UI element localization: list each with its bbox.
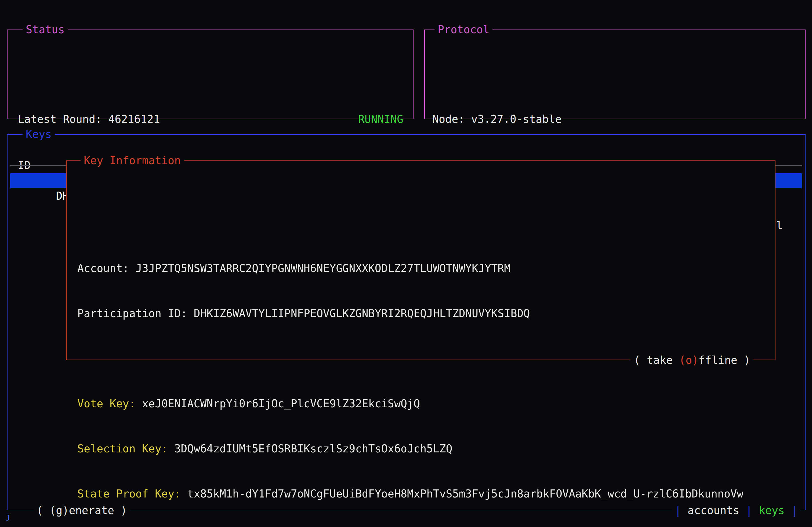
latest-round-label: Latest Round: [18, 111, 102, 127]
participation-id-label: Participation ID: [77, 306, 187, 321]
keys-panel-title: Keys [23, 127, 55, 142]
protocol-panel: Protocol Node:v3.27.0-stable Network:mai… [424, 30, 806, 119]
stray-cursor-char: J [5, 514, 10, 522]
take-offline-hotkey: (o) [679, 353, 698, 366]
node-version-value: v3.27.0-stable [471, 111, 562, 127]
state-proof-key-row: State Proof Key:tx85kM1h-dY1Fd7w7oNCgFUe… [77, 486, 775, 501]
account-row: Account:J3JPZTQ5NSW3TARRC2QIYPGNWNH6NEYG… [77, 261, 775, 276]
vote-key-label: Vote Key: [77, 396, 135, 411]
latest-round-value: 46216121 [108, 111, 160, 127]
account-value: J3JPZTQ5NSW3TARRC2QIYPGNWNH6NEYGGNXXKODL… [135, 261, 511, 276]
node-version-label: Node: [432, 111, 465, 127]
take-offline-post: ffline ) [698, 353, 750, 366]
node-version-row: Node:v3.27.0-stable [432, 111, 795, 127]
state-proof-key-value: tx85kM1h-dY1Fd7w7oNCgFUeUiBdFYoeH8MxPhTv… [187, 486, 743, 501]
vote-key-row: Vote Key:xeJ0ENIACWNrpYi0r6IjOc_PlcVCE9l… [77, 396, 775, 411]
latest-round: Latest Round:46216121 [18, 111, 160, 127]
state-proof-key-label: State Proof Key: [77, 486, 181, 501]
terminal-screen: Status Latest Round:46216121 RUNNING -- … [0, 0, 812, 527]
participation-id-value: DHKIZ6WAVTYLIIPNFPEOVGLKZGNBYRI2RQEQJHLT… [193, 306, 530, 321]
status-panel-title: Status [23, 22, 68, 37]
take-offline-pre: ( take [634, 353, 679, 366]
protocol-panel-title: Protocol [434, 22, 493, 37]
participation-id-row: Participation ID:DHKIZ6WAVTYLIIPNFPEOVGL… [77, 306, 775, 321]
selection-key-label: Selection Key: [77, 441, 168, 456]
status-panel: Status Latest Round:46216121 RUNNING -- … [7, 30, 414, 119]
selection-key-value: 3DQw64zdIUMt5EfOSRBIKsczlSz9chTsOx6oJch5… [174, 441, 452, 456]
vote-key-value: xeJ0ENIACWNrpYi0r6IjOc_PlcVCE9lZ32EkciSw… [142, 396, 420, 411]
account-label: Account: [77, 261, 129, 276]
node-status-badge: RUNNING [358, 111, 403, 127]
tab-separator: | [791, 503, 798, 518]
key-information-title: Key Information [81, 153, 184, 168]
latest-round-row: Latest Round:46216121 RUNNING [18, 111, 403, 127]
take-offline-button[interactable]: ( take (o)ffline ) [631, 352, 754, 367]
key-information-modal: Key Information Account:J3JPZTQ5NSW3TARR… [66, 161, 775, 360]
selection-key-row: Selection Key:3DQw64zdIUMt5EfOSRBIKsczlS… [77, 441, 775, 456]
